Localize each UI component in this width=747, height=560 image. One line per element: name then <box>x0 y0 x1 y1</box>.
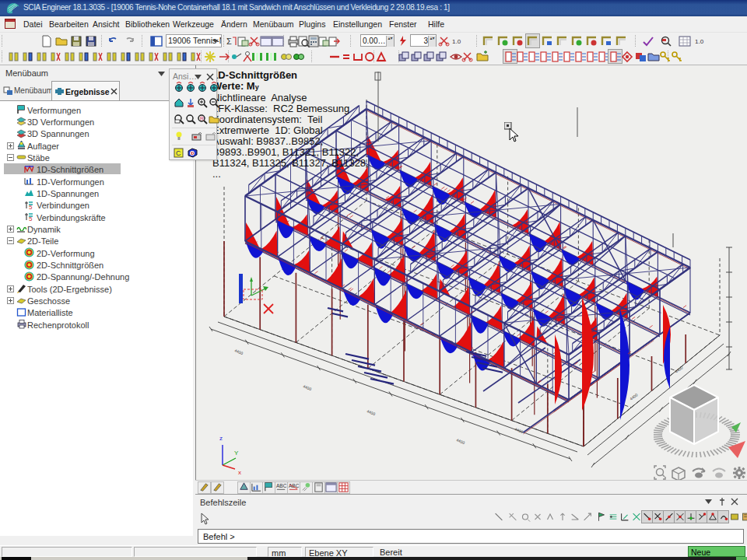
svg-text:4400: 4400 <box>514 426 524 434</box>
svg-text:5: 5 <box>29 215 33 222</box>
svg-text:4400: 4400 <box>366 408 377 416</box>
svg-text:4400: 4400 <box>234 348 244 355</box>
svg-text:5: 5 <box>29 204 33 210</box>
svg-text:1.0: 1.0 <box>695 38 704 45</box>
svg-text:Σ: Σ <box>226 37 232 46</box>
svg-text:4400: 4400 <box>674 365 684 374</box>
svg-text:Y: Y <box>234 450 239 457</box>
svg-text:C: C <box>176 149 181 157</box>
svg-text:x: x <box>238 469 241 476</box>
svg-text:4400: 4400 <box>629 392 639 401</box>
svg-text:4400: 4400 <box>456 437 466 445</box>
svg-text:1.0: 1.0 <box>452 38 461 45</box>
svg-text:R: R <box>200 116 204 121</box>
svg-text:ABC: ABC <box>276 483 287 488</box>
svg-text:z: z <box>219 435 223 442</box>
svg-text:4400: 4400 <box>303 383 313 391</box>
